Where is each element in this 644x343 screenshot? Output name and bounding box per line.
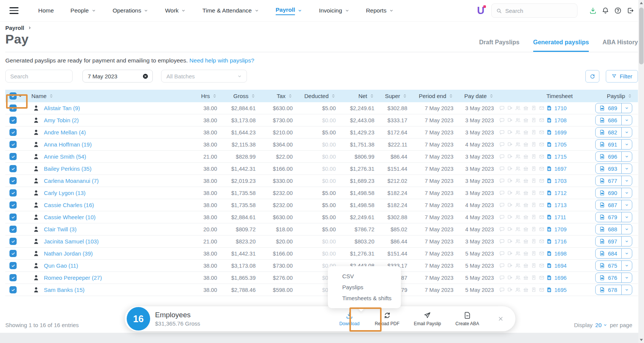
payslip-dropdown-toggle[interactable] [621,128,632,137]
people-icon[interactable] [515,263,521,268]
notifications-bell-icon[interactable] [602,7,609,14]
sort-icon[interactable] [212,94,217,98]
mail-icon[interactable] [539,154,545,159]
mail-icon[interactable] [539,129,545,135]
bank-icon[interactable] [523,226,529,232]
sort-icon[interactable] [489,94,494,98]
scrollbar[interactable] [638,0,644,343]
row-checkbox[interactable] [9,165,17,172]
employee-name-link[interactable]: Carlena Moananui (7) [44,178,99,184]
timesheet-link[interactable]: 1696 [546,275,566,281]
payslip-dropdown-toggle[interactable] [621,249,632,258]
receipt-icon[interactable] [531,178,537,184]
comment-icon[interactable] [499,166,505,172]
receipt-icon[interactable] [531,287,537,293]
column-header-deducted[interactable]: Deducted [304,93,336,99]
timesheet-link[interactable]: 1716 [546,239,566,245]
comment-icon[interactable] [499,214,505,220]
people-icon[interactable] [515,154,521,159]
mail-icon[interactable] [539,202,545,208]
global-search[interactable] [491,3,577,18]
swap-icon[interactable] [507,275,513,281]
employee-name-link[interactable]: Alistair Tan (9) [44,105,80,111]
swap-icon[interactable] [507,154,513,159]
row-checkbox[interactable] [9,141,17,148]
row-checkbox[interactable] [9,104,17,112]
download-menu-item-payslips[interactable]: Payslips [328,282,401,293]
receipt-icon[interactable] [531,166,537,172]
download-menu-item-csv[interactable]: CSV [328,271,401,282]
payslip-button[interactable]: 696 [595,151,632,162]
bank-icon[interactable] [523,263,529,268]
payslip-dropdown-toggle[interactable] [621,176,632,186]
row-checkbox[interactable] [9,117,17,124]
bank-icon[interactable] [523,190,529,196]
nav-item-time-attendance[interactable]: Time & Attendance [202,7,259,14]
payslip-dropdown-toggle[interactable] [621,188,632,198]
tab-aba-history[interactable]: ABA History [602,39,638,52]
mail-icon[interactable] [539,105,545,111]
payslip-button[interactable]: 693 [595,164,632,174]
row-checkbox[interactable] [9,129,17,136]
column-header-name[interactable]: Name [31,93,54,99]
close-summary-bar-icon[interactable] [497,315,504,322]
row-checkbox[interactable] [9,201,17,209]
employee-name-link[interactable]: Andre Mellan (4) [44,129,86,136]
comment-icon[interactable] [499,154,505,159]
payslip-dropdown-toggle[interactable] [621,273,632,282]
people-icon[interactable] [515,142,521,147]
swap-icon[interactable] [507,105,513,111]
employee-name-link[interactable]: Cassie Wheeler (10) [44,214,96,220]
payslip-button[interactable]: 690 [595,188,632,198]
swap-icon[interactable] [507,263,513,268]
select-options-chevron-icon[interactable] [18,94,23,98]
payslip-dropdown-toggle[interactable] [621,152,632,161]
global-search-input[interactable] [505,8,573,14]
mail-icon[interactable] [539,117,545,123]
comment-icon[interactable] [499,190,505,196]
swap-icon[interactable] [507,239,513,244]
mail-icon[interactable] [539,251,545,256]
comment-icon[interactable] [499,239,505,244]
payslip-button[interactable]: 686 [595,115,632,125]
timesheet-link[interactable]: 1708 [546,117,566,123]
payslip-button[interactable]: 688 [595,224,632,234]
mail-icon[interactable] [539,190,545,196]
payslip-button[interactable]: 684 [595,248,632,259]
employee-name-link[interactable]: Anna Hoffman (19) [44,141,92,148]
payslip-button[interactable]: 678 [595,285,632,295]
tab-draft-payslips[interactable]: Draft Payslips [479,39,520,52]
swap-icon[interactable] [507,129,513,135]
sort-icon[interactable] [331,94,336,98]
help-link[interactable]: Need help with payslips? [189,57,254,64]
nav-item-home[interactable]: Home [38,7,54,14]
scroll-up-arrow[interactable] [638,0,644,6]
breadcrumb[interactable]: Payroll [5,25,638,31]
nav-item-reports[interactable]: Reports [366,7,394,14]
mail-icon[interactable] [539,214,545,220]
menu-icon[interactable] [9,7,19,14]
nav-item-invoicing[interactable]: Invoicing [319,7,349,14]
comment-icon[interactable] [499,142,505,147]
receipt-icon[interactable] [531,105,537,111]
email-payslip-action-button[interactable]: Email Payslip [414,312,441,326]
mail-icon[interactable] [539,275,545,281]
pay-date-filter[interactable]: 7 May 2023 [82,70,153,83]
payslip-dropdown-toggle[interactable] [621,261,632,270]
row-checkbox[interactable] [9,250,17,257]
timesheet-link[interactable]: 1712 [546,190,566,196]
download-action-button[interactable]: Download [338,312,360,326]
row-checkbox[interactable] [9,274,17,281]
bank-icon[interactable] [523,129,529,135]
receipt-icon[interactable] [531,275,537,281]
comment-icon[interactable] [499,117,505,123]
timesheet-link[interactable]: 1710 [546,105,566,111]
row-checkbox[interactable] [9,262,17,269]
clear-date-icon[interactable] [142,73,149,80]
people-icon[interactable] [515,129,521,135]
payslip-button[interactable]: 697 [595,236,632,246]
bank-icon[interactable] [523,251,529,256]
payslip-dropdown-toggle[interactable] [621,237,632,246]
swap-icon[interactable] [507,251,513,256]
sort-icon[interactable] [627,94,632,98]
